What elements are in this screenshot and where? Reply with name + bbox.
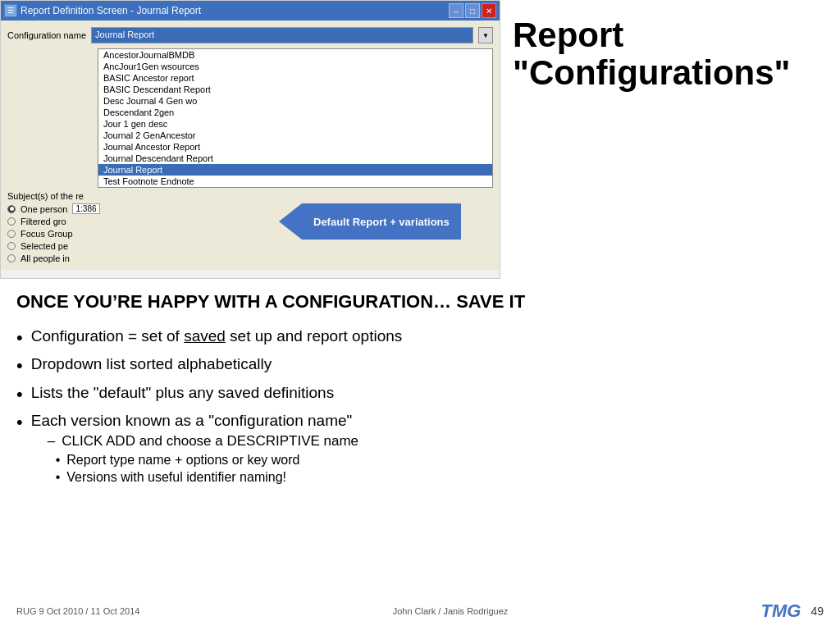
selected-people-label: Selected pe	[21, 241, 68, 251]
radio-focus-group[interactable]	[7, 230, 16, 238]
bullet-item-3: Lists the "default" plus any saved defin…	[16, 384, 824, 405]
window-title: Report Definition Screen - Journal Repor…	[21, 5, 201, 16]
dropdown-item[interactable]: Journal Descendant Report	[98, 153, 492, 164]
focus-group-label: Focus Group	[21, 229, 73, 239]
dropdown-list: AncestorJournalBMDB AncJour1Gen wsources…	[98, 48, 493, 188]
arrow-label: Default Report + variations	[302, 203, 461, 240]
close-button[interactable]: ✕	[482, 3, 496, 18]
page-number: 49	[810, 605, 824, 618]
dropdown-item[interactable]: BASIC Descendant Report	[98, 84, 492, 95]
footer-center: John Clark / Janis Rodriguez	[393, 606, 509, 616]
subject-all-people[interactable]: All people in	[7, 253, 493, 263]
restore-button[interactable]: □	[465, 3, 480, 18]
one-person-label: One person	[21, 204, 67, 214]
arrow-box: Default Report + variations	[279, 203, 461, 240]
subject-label-row: Subject(s) of the re	[7, 191, 493, 201]
window-icon: ☰	[4, 4, 17, 17]
underline-saved: saved	[184, 327, 226, 345]
dropdown-item[interactable]: Test Footnote Endnote	[98, 176, 492, 187]
dropdown-item[interactable]: Descendant 2gen	[98, 107, 492, 118]
config-name-input[interactable]: Journal Report	[91, 27, 473, 43]
radio-one-person[interactable]	[7, 205, 16, 213]
dropdown-item[interactable]: AncJour1Gen wsources	[98, 61, 492, 72]
minimize-button[interactable]: –	[449, 3, 463, 18]
subject-selected-people[interactable]: Selected pe	[7, 241, 493, 251]
bullet-text-2: Dropdown list sorted alphabetically	[31, 355, 272, 373]
bullet-text-1: Configuration = set of saved set up and …	[31, 327, 403, 345]
sub-sub-bullet-list: Report type name + options or key word V…	[31, 453, 358, 485]
all-people-label: All people in	[21, 253, 70, 263]
config-name-row: Configuration name Journal Report ▼	[7, 27, 493, 43]
bullet-item-4: Each version known as a "configuration n…	[16, 412, 824, 487]
dropdown-item[interactable]: Jour 1 gen desc	[98, 118, 492, 130]
subject-label: Subject(s) of the re	[7, 191, 84, 201]
window-titlebar: ☰ Report Definition Screen - Journal Rep…	[1, 1, 500, 21]
sub-sub-text-1: Report type name + options or key word	[66, 453, 299, 468]
config-name-label: Configuration name	[7, 30, 86, 40]
dropdown-item[interactable]: Journal 2 GenAncestor	[98, 130, 492, 141]
dropdown-item[interactable]: Journal Ancestor Report	[98, 141, 492, 153]
dropdown-item-selected[interactable]: Journal Report	[98, 164, 492, 176]
config-dropdown-button[interactable]: ▼	[478, 27, 493, 43]
radio-all-people[interactable]	[7, 254, 16, 262]
dropdown-item[interactable]: BASIC Ancestor report	[98, 72, 492, 84]
bullet-list: Configuration = set of saved set up and …	[16, 327, 824, 487]
slide-title-line1: Report	[513, 16, 623, 54]
bottom-content: ONCE YOU’RE HAPPY WITH A CONFIGURATION… …	[16, 291, 824, 494]
sub-bullet-text-1: CLICK ADD and choose a DESCRIPTIVE name	[62, 433, 358, 450]
bullet-item-2: Dropdown list sorted alphabetically	[16, 355, 824, 377]
bullet-text-4: Each version known as a "configuration n…	[31, 412, 353, 429]
sub-sub-bullet-item-1: Report type name + options or key word	[56, 453, 358, 468]
footer: RUG 9 Oct 2010 / 11 Oct 2014 John Clark …	[16, 600, 824, 622]
bullet-text-3: Lists the "default" plus any saved defin…	[31, 384, 334, 402]
arrow-shape	[279, 203, 302, 240]
tmg-logo: TMG	[761, 600, 801, 622]
slide-title-line2: "Configurations"	[513, 53, 790, 92]
dropdown-item[interactable]: Desc Journal 4 Gen wo	[98, 95, 492, 107]
filtered-group-label: Filtered gro	[21, 217, 66, 226]
radio-selected-people[interactable]	[7, 242, 16, 250]
person-id: 1:386	[72, 203, 99, 214]
right-panel: Report "Configurations"	[513, 16, 829, 92]
headline: ONCE YOU’RE HAPPY WITH A CONFIGURATION… …	[16, 291, 824, 313]
sub-sub-bullet-item-2: Versions with useful identifier naming!	[56, 470, 358, 485]
sub-bullet-list: CLICK ADD and choose a DESCRIPTIVE name …	[31, 433, 358, 485]
radio-filtered-group[interactable]	[7, 217, 16, 226]
bullet-item-1: Configuration = set of saved set up and …	[16, 327, 824, 349]
sub-bullet-item-1: CLICK ADD and choose a DESCRIPTIVE name	[48, 433, 358, 450]
sub-sub-text-2: Versions with useful identifier naming!	[66, 470, 286, 485]
footer-left: RUG 9 Oct 2010 / 11 Oct 2014	[16, 606, 139, 616]
dropdown-item[interactable]: AncestorJournalBMDB	[98, 49, 492, 61]
slide-title: Report "Configurations"	[513, 16, 829, 92]
